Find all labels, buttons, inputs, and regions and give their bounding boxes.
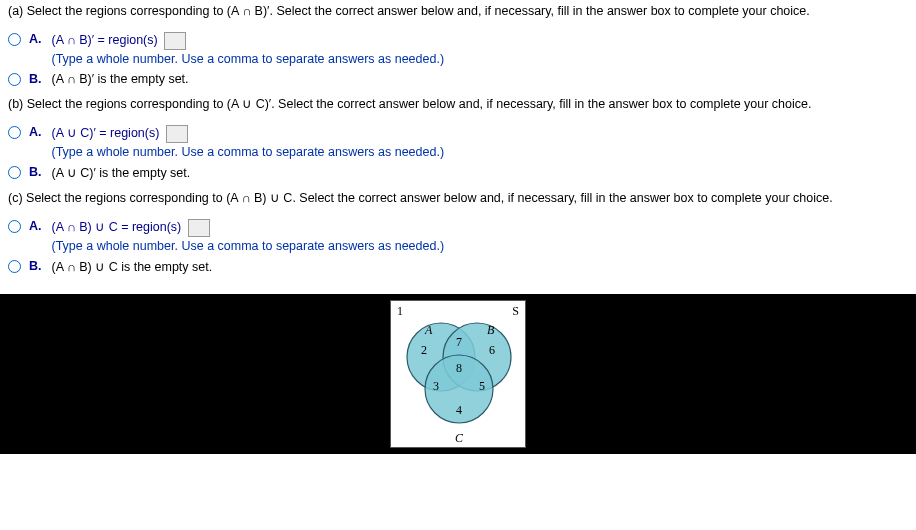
set-b-label: B (487, 323, 494, 338)
question-c: (c) Select the regions corresponding to … (8, 190, 908, 205)
label-b-b: B. (29, 165, 42, 179)
help-a: (Type a whole number. Use a comma to sep… (52, 52, 445, 66)
option-b-b-text: (A ∪ C)′ is the empty set. (52, 165, 191, 180)
choice-b-option-b: B. (A ∪ C)′ is the empty set. (8, 165, 908, 180)
region-8-label: 8 (456, 361, 462, 376)
choice-c-option-b: B. (A ∩ B) ∪ C is the empty set. (8, 259, 908, 274)
region-7-label: 7 (456, 335, 462, 350)
radio-c-a[interactable] (8, 220, 21, 233)
set-a-label: A (425, 323, 432, 338)
diagram-area: 1 S A B C 2 7 6 8 3 5 4 (0, 294, 916, 454)
label-b: B. (29, 72, 42, 86)
option-c-a-text: (A ∩ B) ∪ C = region(s) (Type a whole nu… (52, 219, 445, 253)
choice-c-option-a: A. (A ∩ B) ∪ C = region(s) (Type a whole… (8, 219, 908, 253)
choice-a-option-a: A. (A ∩ B)′ = region(s) (Type a whole nu… (8, 32, 908, 66)
option-c-b-text: (A ∩ B) ∪ C is the empty set. (52, 259, 213, 274)
answer-input-a[interactable] (164, 32, 186, 50)
answer-input-b[interactable] (166, 125, 188, 143)
radio-c-b[interactable] (8, 260, 21, 273)
label-a: A. (29, 32, 42, 46)
region-2-label: 2 (421, 343, 427, 358)
region-6-label: 6 (489, 343, 495, 358)
region-4-label: 4 (456, 403, 462, 418)
label-b-a: A. (29, 125, 42, 139)
question-b: (b) Select the regions corresponding to … (8, 96, 908, 111)
help-c: (Type a whole number. Use a comma to sep… (52, 239, 445, 253)
option-c-a-equation: (A ∩ B) ∪ C = region(s) (52, 220, 182, 234)
radio-a[interactable] (8, 33, 21, 46)
region-5-label: 5 (479, 379, 485, 394)
option-b-a-text: (A ∪ C)′ = region(s) (Type a whole numbe… (52, 125, 445, 159)
choice-b-option-a: A. (A ∪ C)′ = region(s) (Type a whole nu… (8, 125, 908, 159)
radio-b[interactable] (8, 73, 21, 86)
option-b-text: (A ∩ B)′ is the empty set. (52, 72, 189, 86)
answer-input-c[interactable] (188, 219, 210, 237)
option-a-text: (A ∩ B)′ = region(s) (Type a whole numbe… (52, 32, 445, 66)
question-a: (a) Select the regions corresponding to … (8, 4, 908, 18)
choice-a-option-b: B. (A ∩ B)′ is the empty set. (8, 72, 908, 86)
label-c-a: A. (29, 219, 42, 233)
region-3-label: 3 (433, 379, 439, 394)
label-c-b: B. (29, 259, 42, 273)
radio-b-b[interactable] (8, 166, 21, 179)
option-a-equation: (A ∩ B)′ = region(s) (52, 33, 158, 47)
set-c-label: C (455, 431, 463, 446)
option-b-a-equation: (A ∪ C)′ = region(s) (52, 126, 160, 140)
radio-b-a[interactable] (8, 126, 21, 139)
venn-diagram: 1 S A B C 2 7 6 8 3 5 4 (390, 300, 526, 448)
help-b: (Type a whole number. Use a comma to sep… (52, 145, 445, 159)
